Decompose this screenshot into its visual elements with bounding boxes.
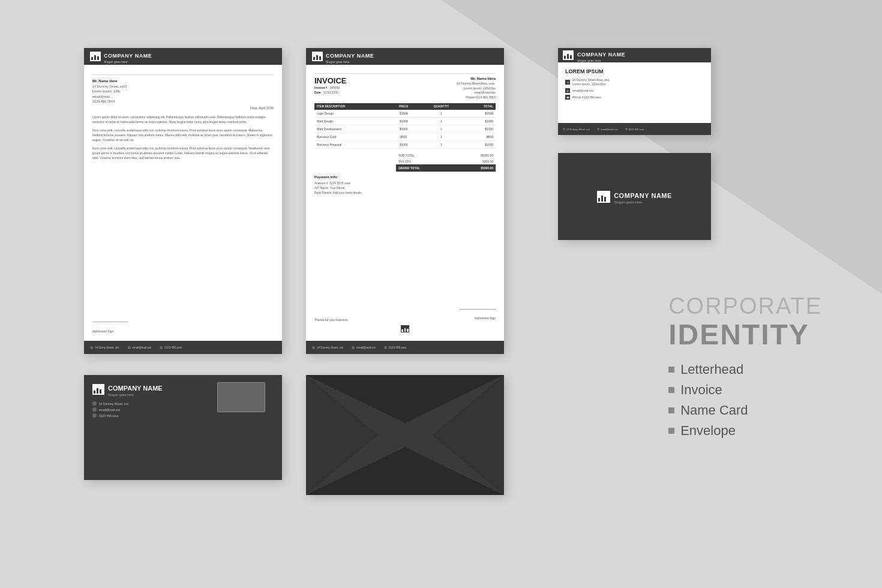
invoice-body: INVOICE Invoice # 205092 Date 12/12/2030… [306,65,504,341]
col-price: PRICE [388,103,419,110]
invoice-logo: COMPANY NAME Slogan goes here [312,49,374,64]
nc-company-name: COMPANY NAME Slogan goes here [577,48,625,62]
page-container: COMPANY NAME Slogan goes here Mr. Name H… [0,0,882,588]
corp-list-item: Envelope [668,423,822,439]
env-top: COMPANY NAME Slogan goes here 14 Dummy S… [84,375,282,424]
table-row: Business Proposal$10001$1000 [314,141,496,149]
corp-list-item: Letterhead [668,362,822,377]
env-email-text: email@mail-xxx [99,408,120,412]
nc-email-row: @ email@mail-xxx [565,88,704,93]
letterhead-footer: 14 Dumy Street, xxx email@mail-xxx 0123 … [84,341,282,354]
letterhead-document: COMPANY NAME Slogan goes here Mr. Name H… [84,48,282,354]
table-row: Web Development$10001$1000 [314,125,496,133]
corp-title-line1: CORPORATE [668,294,822,319]
nc-address-text: 14 Dummy Street Area, xxx, Lorem ipsum, … [572,78,610,86]
invoice-header: COMPANY NAME Slogan goes here [306,48,504,65]
name-card-light: COMPANY NAME Slogan goes here LOREM IPSU… [558,48,711,135]
letterhead-header: COMPANY NAME Slogan goes here [84,48,282,65]
invoice-center-logo [314,325,496,332]
footer-email: email@mail-xxx [128,346,152,349]
nc-dark-logo-icon [597,191,610,203]
env-logo-row: COMPANY NAME Slogan goes here [92,382,163,397]
nc-light-header: COMPANY NAME Slogan goes here [558,48,711,62]
sender-info: Mr. Name Here 14 Dummy Street, xx00 Lore… [92,79,274,104]
tax-row: TAX 10% $300.00 [396,158,496,164]
nc-light-footer: 14 Dummy Street, xxx email@mail-xxx 0123… [558,123,711,135]
invoice-bottom-row: Thanks for your business. Authorised Sig… [314,304,496,322]
nc-logo-icon [563,50,574,60]
payment-info: Payment Info: Account #: 1234 5678 xxxx … [314,175,496,195]
env-logo-icon [92,384,104,395]
nc-dark-company-text: COMPANY NAME Slogan goes here [614,190,672,204]
name-card-dark: COMPANY NAME Slogan goes here [558,153,711,240]
table-row: Logo Design$15001$1500 [314,110,496,118]
nc-phone-text: Phone 0123 456 xxxx [572,95,601,100]
env-company-text: COMPANY NAME Slogan goes here [108,382,163,397]
nc-light-body: LOREM IPSUM ⊡ 14 Dummy Street Area, xxx,… [558,62,711,123]
corp-bullet-icon [668,367,674,373]
large-envelope [306,375,504,495]
letterhead-body: Mr. Name Here 14 Dummy Street, xx00 Lore… [84,65,282,341]
env-address-row: 14 Dummy Street, xxx [92,401,163,406]
nc-address-row: ⊡ 14 Dummy Street Area, xxx, Lorem ipsum… [565,78,704,86]
env-left: COMPANY NAME Slogan goes here 14 Dummy S… [92,382,163,419]
nc-address-icon: ⊡ [565,80,570,85]
corp-bullet-icon [668,407,674,413]
corporate-identity-block: CORPORATE IDENTITY LetterheadInvoiceName… [668,294,822,443]
invoice-footer: 14 Dummy Street, xxx email@mail-xxx 0123… [306,341,504,354]
nc-footer-phone: 0123 456 xxxx [625,128,644,131]
env-window [217,382,265,412]
nc-phone-row: ☎ Phone 0123 456 xxxx [565,95,704,100]
invoice-title-block: INVOICE Invoice # 205092 Date 12/12/2030 [314,76,346,100]
letterhead-logo: COMPANY NAME Slogan goes here [90,49,152,64]
invoice-totals: SUB TOTAL $5000.00 TAX 10% $300.00 GRAND… [396,152,496,172]
col-desc: ITEM DESCRIPTION [314,103,388,110]
env-phone-row: 0123 456 xxxx [92,413,163,418]
invoice-company-name: COMPANY NAME Slogan goes here [326,49,374,64]
inv-sign: Authorised Sign [460,309,496,322]
body-text-3: Nunc urna velit, convallis scelerisque o… [92,146,274,160]
nc-dark-logo: COMPANY NAME Slogan goes here [597,190,672,204]
nc-phone-icon: ☎ [565,95,570,100]
invoice-document: COMPANY NAME Slogan goes here INVOICE In… [306,48,504,354]
logo-icon-white [90,52,101,61]
col-qty: QUANTITY [419,103,464,110]
body-text-1: Lorem ipsum dolor sit amet, consectetur … [92,115,274,124]
corp-list: LetterheadInvoiceName CardEnvelope [668,362,822,439]
logo-icon-inv [312,52,323,61]
envelope-document: COMPANY NAME Slogan goes here 14 Dummy S… [84,375,282,480]
table-row: Business Card$5001$500 [314,133,496,141]
inv-footer-phone: 0123-456 xxxx [384,346,406,349]
corp-bullet-icon [668,387,674,393]
nc-person-name: LOREM IPSUM [565,68,704,74]
footer-phone: 0123 456 xxxx [160,346,182,349]
date-line: Date, April 2030 [92,106,274,110]
invoice-meta: Invoice # 205092 Date 12/12/2030 [314,85,346,95]
sub-total-row: SUB TOTAL $5000.00 [396,152,496,158]
env-phone-icon [92,413,97,418]
env-email-row: email@mail-xxx [92,407,163,412]
corp-title-line2: IDENTITY [668,319,822,351]
thanks-text: Thanks for your business. [314,318,349,322]
inv-footer-address: 14 Dummy Street, xxx [312,346,343,349]
corp-list-item: Invoice [668,382,822,398]
invoice-table-head: ITEM DESCRIPTION PRICE QUANTITY TOTAL [314,103,496,110]
nc-email-text: email@mail-xxx [572,89,593,93]
nc-email-icon: @ [565,88,570,93]
env-contact: 14 Dummy Street, xxx email@mail-xxx 0123… [92,401,163,418]
corp-bullet-icon [668,428,674,434]
env-address-icon [92,401,97,406]
invoice-table: ITEM DESCRIPTION PRICE QUANTITY TOTAL Lo… [314,103,496,149]
company-name-lh: COMPANY NAME Slogan goes here [104,49,152,64]
body-text-2: Nunc urna velit, convallis scelerisque o… [92,128,274,142]
env-phone-text: 0123 456 xxxx [99,414,118,418]
nc-footer-address: 14 Dummy Street, xxx [563,128,590,131]
env-address-text: 14 Dummy Street, xxx [99,402,128,406]
nc-footer-email: email@mail-xxx [597,128,617,131]
footer-address: 14 Dumy Street, xxx [90,346,119,349]
inv-footer-email: email@mail-xxx [352,346,376,349]
table-row: Web Design$10001$1000 [314,118,496,125]
col-total: TOTAL [464,103,496,110]
invoice-title: INVOICE [314,76,346,85]
auth-sign: Authorised Sign [92,316,274,335]
